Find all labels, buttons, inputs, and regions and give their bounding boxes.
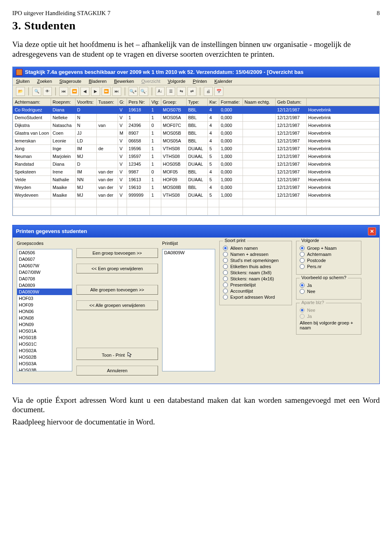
table-row[interactable]: SpeksteenIreneIMvan derV99870MOF05BBL40,… <box>13 168 379 175</box>
list-item[interactable]: DA0506 <box>17 249 72 256</box>
close-icon[interactable]: ✕ <box>368 227 376 235</box>
nav-first-icon[interactable]: ⏮ <box>59 87 68 96</box>
table-row[interactable]: WeydenMaaikeMJvan derV196101MOS08BBBL40,… <box>13 183 379 191</box>
table-row[interactable]: VeldeNathalieNNvan derV196131HOF09DUAAL5… <box>13 175 379 183</box>
radio-option[interactable]: Export adressen Word <box>223 295 288 300</box>
nav-last-icon[interactable]: ⏭ <box>112 87 121 96</box>
radio-option[interactable]: Stickers: naam (3x8) <box>223 270 288 275</box>
open-icon[interactable]: 📂 <box>16 87 25 96</box>
list-item[interactable]: HON06 <box>17 308 72 315</box>
list-item[interactable]: DA0708 <box>17 275 72 282</box>
calendar-icon[interactable]: 📅 <box>214 87 223 96</box>
menu-stageroute[interactable]: Stageroute <box>59 79 81 84</box>
list-item[interactable]: HOF09 <box>17 302 72 308</box>
table-row[interactable]: Glastra van LoonCoenJJM89071MOS05BBBL40,… <box>13 129 379 137</box>
list-item[interactable]: DA0809W <box>17 289 72 295</box>
nav-next-page-icon[interactable]: ⏩ <box>102 87 111 96</box>
column-header[interactable]: Geb Datum: <box>275 98 306 106</box>
nav-prev-page-icon[interactable]: ⏪ <box>70 87 79 96</box>
column-header[interactable]: Groep: <box>161 98 186 106</box>
list-item[interactable]: DA0607 <box>17 256 72 262</box>
table-row[interactable]: NeumanMarjoleinMJV195971VTHS08DUAAL51,00… <box>13 152 379 160</box>
table-cell: 1 <box>149 160 161 168</box>
add-group-button[interactable]: Een groep toevoegen >> <box>76 248 158 258</box>
binocular-icon[interactable]: 👁 <box>43 87 52 96</box>
list-item[interactable]: HOS01A <box>17 328 72 334</box>
radio-option[interactable]: Accountlijst <box>223 289 288 293</box>
outdent-icon[interactable]: ⇄ <box>187 87 196 96</box>
remove-group-button[interactable]: << Een groep verwijderen <box>76 264 158 273</box>
column-header[interactable]: Achternaam: <box>13 98 51 106</box>
column-header[interactable]: Type: <box>186 98 207 106</box>
annuleren-button[interactable]: Annuleren <box>76 366 158 375</box>
table-row[interactable]: WeydeveenMaaikeMJvan derV9999991VTHS08DU… <box>13 191 379 199</box>
column-header[interactable]: Tussen: <box>96 98 118 106</box>
menu-zoeken[interactable]: Zoeken <box>37 79 52 84</box>
column-header[interactable]: Kw: <box>207 98 219 106</box>
list-item[interactable]: HOS03B <box>17 367 72 371</box>
column-header[interactable]: Vlg: <box>149 98 161 106</box>
radio-option[interactable]: Namen + adressen <box>223 252 288 257</box>
table-cell: V <box>118 121 127 129</box>
printlijst-listbox[interactable]: DA0809W <box>162 249 215 371</box>
remove-all-groups-button[interactable]: << Alle groepen verwijderen <box>76 300 158 310</box>
table-cell: Hoevebrink <box>306 152 379 160</box>
column-header[interactable]: Naam echtg. <box>243 98 275 106</box>
list-item[interactable]: DA07/08W <box>17 269 72 275</box>
radio-option[interactable]: Achternaam <box>300 252 358 257</box>
table-row[interactable]: JongIngeIMdeV195961VTHS08DUAAL51,00012/1… <box>13 144 379 152</box>
column-header[interactable]: Pers Nr: <box>127 98 149 106</box>
radio-option[interactable]: Nee <box>300 289 358 294</box>
column-header[interactable]: Voorltrs: <box>75 98 96 106</box>
menu-bladeren[interactable]: Bladeren <box>89 79 107 84</box>
radio-option[interactable]: Ja <box>300 283 358 288</box>
list-item[interactable]: HOS02B <box>17 354 72 360</box>
list-item[interactable]: HON09 <box>17 321 72 328</box>
search-icon[interactable]: 🔍 <box>32 87 41 96</box>
menu-kalender[interactable]: Kalender <box>214 79 232 84</box>
radio-option[interactable]: Etiketten thuis adres <box>223 264 288 269</box>
list-item[interactable]: DA0607W <box>17 262 72 269</box>
table-row[interactable]: Co RodriguezDianaDV196181MOS07BBBL40,000… <box>13 106 379 113</box>
sort-icon[interactable]: A↓ <box>156 87 165 96</box>
radio-option[interactable]: Stickers: naam (4x16) <box>223 276 288 281</box>
column-header[interactable] <box>306 98 379 106</box>
radio-option[interactable]: Stud's met opmerkingen <box>223 258 288 263</box>
groepscodes-listbox[interactable]: DA0506DA0607DA0607WDA07/08WDA0708DA0809D… <box>17 249 72 371</box>
print-icon[interactable]: 🖨 <box>204 87 213 96</box>
radio-option[interactable]: Presentielijst <box>223 282 288 287</box>
menu-volgorde[interactable]: Volgorde <box>168 79 185 84</box>
column-header[interactable]: Formatie: <box>219 98 243 106</box>
list-item[interactable]: HOS01C <box>17 341 72 347</box>
list-item[interactable]: HON08 <box>17 315 72 321</box>
add-all-groups-button[interactable]: Alle groepen toevoegen >> <box>76 285 158 295</box>
indent-icon[interactable]: ⇆ <box>177 87 186 96</box>
list-item[interactable]: HOS03A <box>17 360 72 367</box>
table-row[interactable]: DijkstraNataschaNvanV243960MOF07CBBL40,0… <box>13 121 379 129</box>
list-item[interactable]: HOS01B <box>17 334 72 341</box>
toon-print-button[interactable]: Toon - Print <box>76 348 158 360</box>
table-cell: 0,000 <box>219 183 243 191</box>
zoom-in-icon[interactable]: 🔍+ <box>129 87 138 96</box>
table-row[interactable]: IemerskanLeonieLDV066581MOS05ABBL40,0001… <box>13 137 379 144</box>
nav-prev-icon[interactable]: ◀ <box>80 87 89 96</box>
menu-sluiten[interactable]: Sluiten <box>16 79 30 84</box>
column-header[interactable]: G: <box>118 98 127 106</box>
students-grid[interactable]: Achternaam:Roepnm:Voorltrs:Tussen:G:Pers… <box>13 98 379 215</box>
menu-printen[interactable]: Printen <box>193 79 207 84</box>
list-item[interactable]: DA0809W <box>163 249 215 256</box>
list-item[interactable]: HOF03 <box>17 295 72 302</box>
nav-next-icon[interactable]: ▶ <box>91 87 100 96</box>
zoom-out-icon[interactable]: 🔍- <box>139 87 148 96</box>
table-row[interactable]: RandstadDianaDV123451HOS05BDUAAL50,00012… <box>13 160 379 168</box>
list-icon[interactable]: ☰ <box>166 87 175 96</box>
column-header[interactable]: Roepnm: <box>51 98 75 106</box>
radio-option[interactable]: Pers.nr <box>300 264 358 269</box>
radio-option[interactable]: Postcode <box>300 258 358 263</box>
menu-bewerken[interactable]: Bewerken <box>114 79 134 84</box>
list-item[interactable]: HOS02A <box>17 347 72 354</box>
radio-option[interactable]: Alleen namen <box>223 246 288 251</box>
list-item[interactable]: DA0809 <box>17 282 72 289</box>
radio-option[interactable]: Groep + Naam <box>300 246 358 251</box>
table-row[interactable]: DemoStudentNellekeNV11MOS05ABBL40,00012/… <box>13 113 379 121</box>
